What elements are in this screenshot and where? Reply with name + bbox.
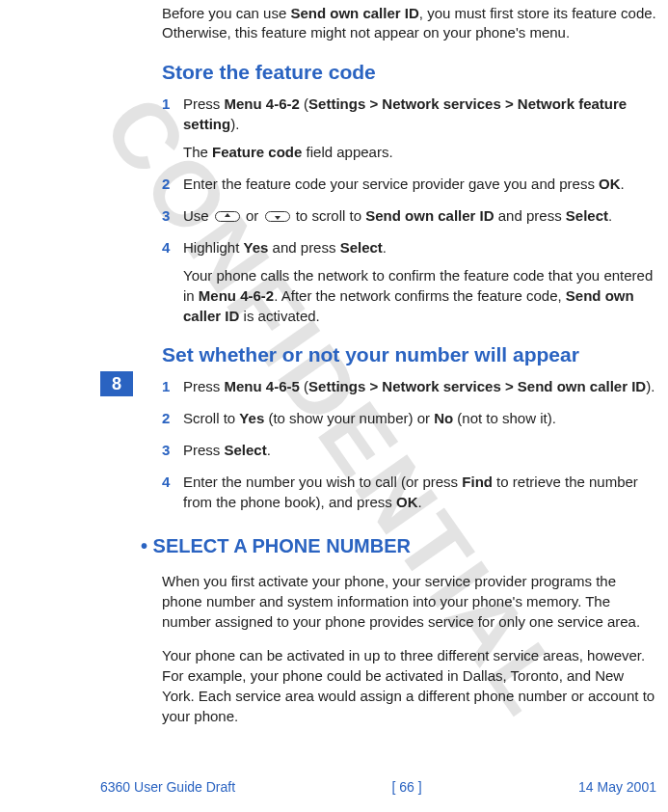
intro-paragraph: Before you can use Send own caller ID, y… — [162, 4, 656, 43]
scroll-down-key-icon — [265, 211, 290, 222]
footer-doc-title: 6360 User Guide Draft — [100, 779, 235, 795]
step-number: 1 — [162, 94, 170, 114]
step-number: 3 — [162, 440, 170, 460]
step-subtext: The Feature code field appears. — [183, 142, 656, 162]
heading-set-number-appear: Set whether or not your number will appe… — [162, 343, 656, 366]
step-text: Scroll to Yes (to show your number) or N… — [183, 408, 656, 428]
page-footer: 6360 User Guide Draft [ 66 ] 14 May 2001 — [100, 779, 656, 795]
set-step: 2 Scroll to Yes (to show your number) or… — [162, 408, 656, 428]
heading-store-feature-code: Store the feature code — [162, 61, 656, 84]
step-text: Use or to scroll to Send own caller ID a… — [183, 205, 656, 226]
scroll-up-key-icon — [215, 211, 240, 222]
chapter-tab: 8 — [100, 371, 133, 396]
set-step: 3 Press Select. — [162, 440, 656, 460]
store-steps: 1 Press Menu 4-6-2 (Settings > Network s… — [162, 94, 656, 326]
step-text: Press Menu 4-6-2 (Settings > Network ser… — [183, 94, 656, 134]
page-body: Before you can use Send own caller ID, y… — [0, 0, 668, 726]
step-number: 4 — [162, 472, 170, 492]
step-number: 2 — [162, 408, 170, 428]
step-text: Enter the feature code your service prov… — [183, 174, 656, 194]
step-number: 2 — [162, 174, 170, 194]
set-step: 1 Press Menu 4-6-5 (Settings > Network s… — [162, 376, 656, 396]
heading-select-phone-number: SELECT A PHONE NUMBER — [141, 535, 656, 557]
set-steps: 1 Press Menu 4-6-5 (Settings > Network s… — [162, 376, 656, 512]
store-step: 3 Use or to scroll to Send own caller ID… — [162, 205, 656, 226]
set-step: 4 Enter the number you wish to call (or … — [162, 472, 656, 512]
footer-date: 14 May 2001 — [578, 779, 656, 795]
store-step: 2 Enter the feature code your service pr… — [162, 174, 656, 194]
store-step: 1 Press Menu 4-6-2 (Settings > Network s… — [162, 94, 656, 162]
step-subtext: Your phone calls the network to confirm … — [183, 265, 656, 326]
select-paragraph: Your phone can be activated in up to thr… — [162, 645, 656, 726]
store-step: 4 Highlight Yes and press Select. Your p… — [162, 237, 656, 326]
step-text: Enter the number you wish to call (or pr… — [183, 472, 656, 512]
step-text: Highlight Yes and press Select. — [183, 237, 656, 257]
step-text: Press Select. — [183, 440, 656, 460]
step-number: 1 — [162, 376, 170, 396]
footer-page-number: [ 66 ] — [391, 779, 421, 795]
step-number: 3 — [162, 205, 170, 226]
step-text: Press Menu 4-6-5 (Settings > Network ser… — [183, 376, 656, 396]
step-number: 4 — [162, 237, 170, 257]
select-paragraph: When you first activate your phone, your… — [162, 571, 656, 632]
